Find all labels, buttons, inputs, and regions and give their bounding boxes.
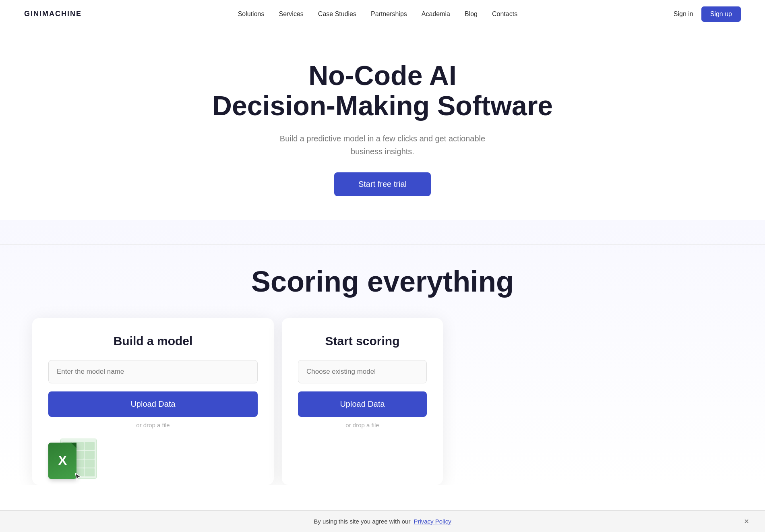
cursor <box>74 472 82 483</box>
build-model-card: Build a model Upload Data or drop a file <box>32 318 274 485</box>
nav-menu: Solutions Services Case Studies Partners… <box>238 10 518 18</box>
nav-item-case-studies[interactable]: Case Studies <box>318 10 356 17</box>
model-name-group <box>48 360 258 383</box>
scoring-section: Scoring everything Build a model Upload … <box>0 220 765 485</box>
nav-item-partnerships[interactable]: Partnerships <box>371 10 407 17</box>
drop-text-right: or drop a file <box>298 422 427 428</box>
excel-x-label: X <box>58 453 66 468</box>
hero-title: No-Code AI Decision-Making Software <box>8 60 757 121</box>
signup-button[interactable]: Sign up <box>701 6 741 22</box>
start-scoring-card: Start scoring Upload Data or drop a file <box>282 318 443 485</box>
start-scoring-title: Start scoring <box>298 334 427 348</box>
signin-button[interactable]: Sign in <box>674 10 693 18</box>
nav-actions: Sign in Sign up <box>674 6 741 22</box>
model-name-input[interactable] <box>48 360 258 383</box>
choose-model-input[interactable] <box>298 360 427 383</box>
hero-section: No-Code AI Decision-Making Software Buil… <box>0 28 765 220</box>
nav-item-services[interactable]: Services <box>279 10 303 17</box>
nav-item-blog[interactable]: Blog <box>465 10 478 17</box>
nav-item-contacts[interactable]: Contacts <box>492 10 517 17</box>
drop-text: or drop a file <box>48 422 258 428</box>
build-model-title: Build a model <box>48 334 258 348</box>
upload-data-button-right[interactable]: Upload Data <box>298 391 427 417</box>
nav-item-solutions[interactable]: Solutions <box>238 10 265 17</box>
excel-icon-area: X <box>48 437 258 485</box>
logo: GINIMACHINE <box>24 10 82 18</box>
cards-row: Build a model Upload Data or drop a file <box>0 318 765 485</box>
navbar: GINIMACHINE Solutions Services Case Stud… <box>0 0 765 28</box>
hero-subtitle: Build a predictive model in a few clicks… <box>8 132 757 158</box>
choose-model-group <box>298 360 427 383</box>
upload-data-button[interactable]: Upload Data <box>48 391 258 417</box>
nav-item-academia[interactable]: Academia <box>422 10 450 17</box>
scoring-title: Scoring everything <box>0 265 765 298</box>
start-free-trial-button[interactable]: Start free trial <box>334 172 431 196</box>
